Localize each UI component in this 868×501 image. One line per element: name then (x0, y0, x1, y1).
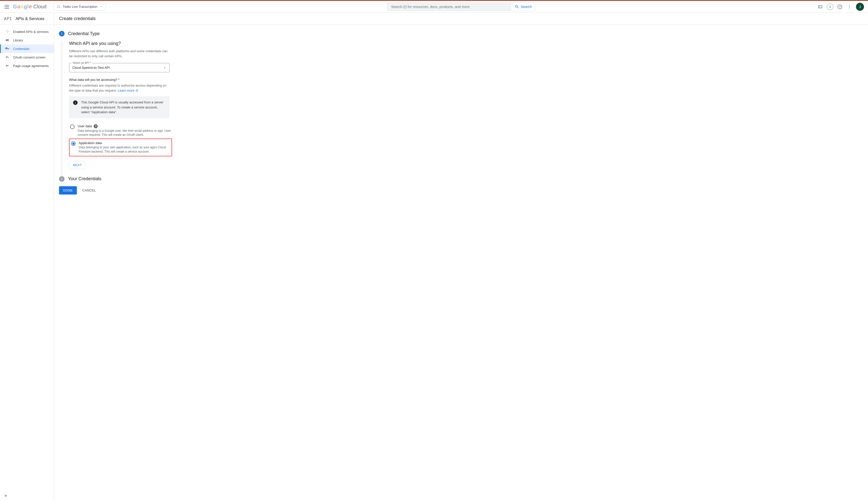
more-icon[interactable] (846, 4, 853, 10)
info-icon: i (73, 100, 77, 105)
api-question: Which API are you using? (69, 41, 240, 46)
menu-icon[interactable] (4, 4, 10, 10)
collapse-sidebar-icon[interactable] (4, 493, 9, 498)
sidebar: Enabled APIs & services Library Credenti… (0, 25, 54, 501)
radio-user-data[interactable]: User data ? Data belonging to a Google u… (69, 123, 172, 139)
help-icon[interactable]: ? (837, 4, 843, 10)
info-box: i This Google Cloud API is usually acces… (69, 96, 169, 118)
sidebar-item-oauth[interactable]: OAuth consent screen (0, 53, 54, 62)
notifications-badge[interactable]: 1 (827, 3, 833, 10)
agreement-icon (5, 64, 10, 68)
sidebar-item-page-usage[interactable]: Page usage agreements (0, 62, 54, 70)
radio-label: Application data (79, 141, 170, 145)
radio-icon (70, 125, 75, 129)
radio-description: Data belonging to your own application, … (79, 145, 170, 154)
sidebar-item-label: Credentials (13, 47, 30, 51)
svg-point-0 (57, 6, 58, 6)
help-icon[interactable]: ? (94, 124, 98, 128)
sidebar-item-enabled-apis[interactable]: Enabled APIs & services (0, 28, 54, 36)
search-button[interactable]: Search (511, 3, 535, 11)
api-dropdown[interactable]: Cloud Speech-to-Text API (69, 63, 169, 72)
search-input[interactable] (388, 3, 511, 11)
api-icon: API (4, 16, 12, 21)
project-name: Twilio Live Transcription (63, 5, 97, 9)
sidebar-item-label: Page usage agreements (13, 64, 49, 68)
info-text: This Google Cloud API is usually accesse… (81, 100, 166, 115)
main-content: 1 Credential Type Which API are you usin… (54, 25, 245, 501)
search-bar: Search (387, 2, 535, 11)
search-icon (515, 4, 519, 9)
sidebar-item-label: OAuth consent screen (13, 55, 45, 59)
step-2-badge: 2 (59, 176, 64, 182)
chevron-down-icon (163, 66, 166, 69)
svg-point-6 (849, 5, 850, 6)
radio-icon (71, 141, 76, 146)
done-button[interactable]: DONE (59, 186, 77, 194)
learn-more-link[interactable]: Learn more (118, 88, 138, 92)
cloud-shell-icon[interactable] (817, 4, 823, 10)
svg-point-3 (59, 7, 60, 8)
api-field-label: Select an API * (72, 61, 92, 64)
sidebar-item-library[interactable]: Library (0, 36, 54, 44)
avatar[interactable]: J (856, 3, 864, 11)
top-header: Google Cloud Twilio Live Transcription S… (0, 1, 868, 13)
library-icon (5, 38, 10, 42)
step-1-title: Credential Type (68, 31, 100, 36)
enabled-apis-icon (5, 30, 10, 34)
svg-point-8 (849, 8, 850, 8)
subheader: API APIs & Services Create credentials (0, 13, 868, 25)
sidebar-item-credentials[interactable]: Credentials (0, 44, 54, 53)
step-2-title: Your Credentials (68, 176, 101, 181)
oauth-icon (5, 55, 10, 59)
data-helper-text: Different credentials are required to au… (69, 83, 169, 93)
next-button[interactable]: NEXT (69, 161, 86, 169)
chevron-down-icon (100, 5, 103, 8)
step-1-badge: 1 (59, 31, 64, 36)
api-helper-text: Different APIs use different auth platfo… (69, 49, 169, 58)
google-cloud-logo[interactable]: Google Cloud (13, 4, 46, 10)
project-selector[interactable]: Twilio Live Transcription (53, 3, 106, 11)
data-access-radio-group: User data ? Data belonging to a Google u… (69, 123, 172, 156)
svg-text:?: ? (839, 5, 841, 8)
radio-label: User data (77, 124, 92, 128)
svg-point-7 (849, 6, 850, 7)
sidebar-item-label: Library (13, 39, 23, 42)
section-title: APIs & Services (15, 17, 44, 21)
svg-point-1 (59, 6, 60, 6)
api-selected-value: Cloud Speech-to-Text API (72, 66, 110, 70)
radio-description: Data belonging to a Google user, like th… (77, 129, 171, 137)
project-icon (57, 5, 61, 9)
key-icon (5, 47, 10, 51)
data-question: What data will you be accessing? * (69, 78, 240, 82)
radio-application-data[interactable]: Application data Data belonging to your … (69, 139, 172, 156)
svg-point-2 (57, 7, 58, 8)
page-title: Create credentials (54, 13, 96, 24)
sidebar-item-label: Enabled APIs & services (13, 30, 49, 34)
cancel-button[interactable]: CANCEL (80, 186, 99, 194)
